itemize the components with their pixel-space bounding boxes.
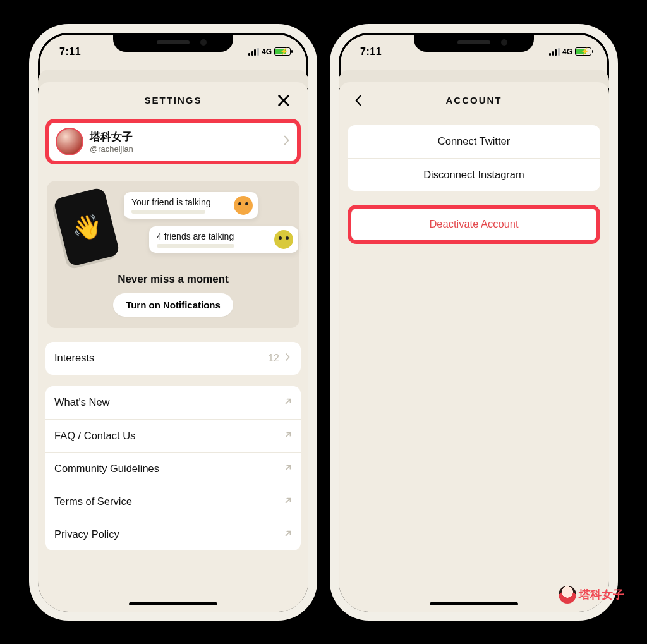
interests-row[interactable]: Interests 12 [45, 342, 301, 375]
highlight-deactivate: Deactivate Account [348, 205, 600, 244]
close-button[interactable] [273, 90, 294, 111]
signal-icon [549, 48, 560, 56]
home-indicator[interactable] [430, 602, 518, 605]
external-link-icon [284, 463, 292, 475]
chevron-right-icon [284, 352, 292, 364]
phone-settings: 7:11 4G ⚡ SETTINGS 塔科女子 @racheljian [29, 24, 317, 621]
promo-bubble-2-text: 4 friends are talking [157, 231, 268, 241]
settings-sheet: SETTINGS 塔科女子 @racheljian [38, 82, 308, 612]
back-button[interactable] [348, 90, 369, 111]
social-group: Connect Twitter Disconnect Instagram [348, 125, 600, 191]
status-time: 7:11 [59, 46, 81, 58]
promo-art: 👋 Your friend is talking 4 friends are t… [56, 191, 291, 267]
guidelines-row[interactable]: Community Guidelines [45, 452, 301, 485]
battery-icon: ⚡ [575, 47, 591, 56]
interests-count: 12 [268, 353, 279, 364]
turn-on-notifications-button[interactable]: Turn on Notifications [113, 293, 233, 317]
deactivate-account-row[interactable]: Deactivate Account [351, 209, 596, 240]
privacy-label: Privacy Policy [54, 528, 119, 540]
external-link-icon [284, 495, 292, 507]
tos-row[interactable]: Terms of Service [45, 485, 301, 518]
external-link-icon [284, 396, 292, 408]
promo-bubble-1: Your friend is talking [124, 192, 258, 219]
notch [113, 33, 233, 52]
guidelines-label: Community Guidelines [54, 463, 159, 475]
page-title: ACCOUNT [446, 95, 502, 106]
tos-label: Terms of Service [54, 495, 132, 507]
page-title: SETTINGS [144, 95, 202, 106]
profile-name: 塔科女子 [90, 130, 133, 144]
status-time: 7:11 [360, 46, 382, 58]
promo-bubble-1-text: Your friend is talking [131, 197, 230, 207]
links-group: What's New FAQ / Contact Us Community Gu… [45, 386, 301, 550]
promo-bubble-2: 4 friends are talking [149, 226, 298, 253]
network-label: 4G [262, 47, 272, 56]
wave-phone-icon: 👋 [53, 186, 120, 267]
battery-icon: ⚡ [274, 47, 291, 56]
disconnect-instagram-label: Disconnect Instagram [423, 169, 524, 181]
interests-group: Interests 12 [45, 342, 301, 375]
account-sheet: ACCOUNT Connect Twitter Disconnect Insta… [339, 82, 609, 612]
disconnect-instagram-row[interactable]: Disconnect Instagram [348, 158, 600, 191]
interests-label: Interests [54, 352, 94, 364]
profile-row[interactable]: 塔科女子 @racheljian [49, 123, 297, 161]
privacy-row[interactable]: Privacy Policy [45, 518, 301, 550]
whats-new-row[interactable]: What's New [45, 386, 301, 419]
deactivate-account-label: Deactivate Account [429, 218, 518, 230]
chevron-right-icon [283, 135, 291, 148]
notch [414, 33, 534, 52]
watermark-icon [559, 586, 576, 604]
notifications-promo: 👋 Your friend is talking 4 friends are t… [47, 181, 299, 328]
promo-headline: Never miss a moment [118, 273, 229, 286]
whats-new-label: What's New [54, 396, 110, 408]
highlight-profile: 塔科女子 @racheljian [45, 119, 301, 164]
network-label: 4G [562, 47, 572, 56]
external-link-icon [284, 430, 292, 442]
home-indicator[interactable] [129, 602, 217, 605]
connect-twitter-row[interactable]: Connect Twitter [348, 125, 600, 158]
avatar [56, 128, 83, 155]
faq-row[interactable]: FAQ / Contact Us [45, 419, 301, 452]
connect-twitter-label: Connect Twitter [438, 135, 510, 147]
phone-account: 7:11 4G ⚡ ACCOUNT Connect Twitter Discon… [330, 24, 618, 621]
close-icon [277, 94, 291, 107]
avatar-yellow-icon [274, 230, 293, 249]
watermark-text: 塔科女子 [579, 587, 624, 602]
profile-handle: @racheljian [90, 144, 133, 154]
external-link-icon [284, 528, 292, 540]
signal-icon [248, 48, 259, 56]
watermark: 塔科女子 [559, 586, 624, 604]
faq-label: FAQ / Contact Us [54, 430, 135, 442]
avatar-orange-icon [234, 196, 253, 215]
